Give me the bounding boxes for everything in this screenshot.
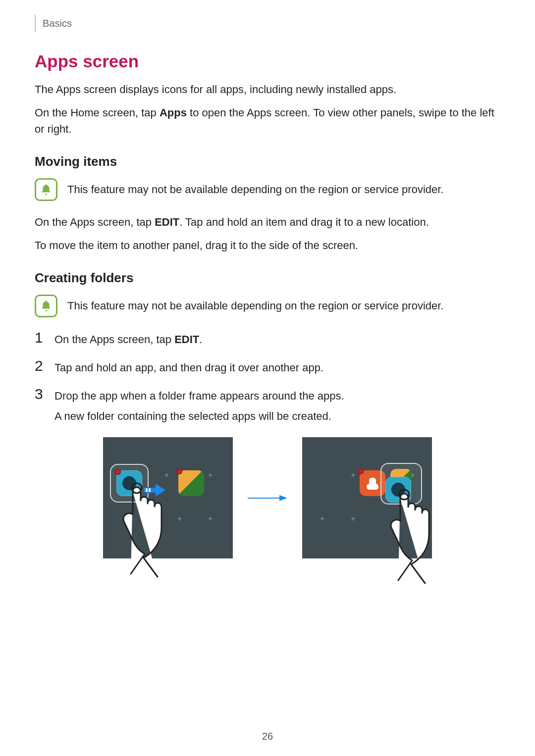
folder-illustration: + + + + + + + + + (35, 437, 500, 558)
subheading-creating-folders: Creating folders (35, 270, 500, 286)
grid-placeholder-icon: + (164, 471, 169, 480)
grid-placeholder-icon: + (320, 514, 324, 523)
note-moving: This feature may not be available depend… (35, 178, 500, 201)
camera-icon (116, 470, 142, 496)
step-3-subtext: A new folder containing the selected app… (54, 408, 500, 424)
step-number: 3 (35, 387, 46, 402)
grid-placeholder-icon: + (208, 471, 213, 480)
step-1: 1 On the Apps screen, tap EDIT. (35, 330, 500, 348)
step-2: 2 Tap and hold an app, and then drag it … (35, 358, 500, 376)
page-number: 26 (262, 731, 273, 742)
section-header: Basics (35, 15, 500, 32)
step-text: Tap and hold an app, and then drag it ov… (54, 358, 323, 376)
note-text: This feature may not be available depend… (67, 295, 443, 314)
note-text: This feature may not be available depend… (67, 178, 443, 198)
bell-icon (35, 178, 57, 201)
bold-edit: EDIT (155, 216, 179, 228)
section-name: Basics (43, 18, 72, 29)
grid-placeholder-icon: + (208, 514, 213, 523)
remove-badge-icon (176, 468, 182, 474)
step-number: 1 (35, 330, 46, 345)
page-title: Apps screen (35, 51, 500, 71)
step-text: Drop the app when a folder frame appears… (54, 387, 344, 404)
remove-badge-icon (115, 469, 121, 475)
note-creating: This feature may not be available depend… (35, 295, 500, 317)
drag-right-arrow-icon (144, 484, 165, 497)
text-fragment: On the Apps screen, tap (54, 333, 174, 346)
moving-paragraph-2: To move the item to another panel, drag … (35, 237, 500, 253)
step-number: 2 (35, 358, 46, 373)
text-fragment: On the Apps screen, tap (35, 216, 155, 228)
illustration-panel-after: + + + + + (302, 437, 432, 558)
section-divider (35, 15, 36, 32)
svg-marker-3 (279, 495, 287, 501)
text-fragment: On the Home screen, tap (35, 106, 160, 119)
gallery-icon (178, 470, 204, 496)
illustration-panel-before: + + + + (103, 437, 233, 558)
arrow-right-icon (248, 493, 287, 503)
text-fragment: . (199, 333, 202, 346)
camera-icon (385, 477, 411, 503)
intro-paragraph-2: On the Home screen, tap Apps to open the… (35, 104, 500, 137)
remove-badge-icon (358, 468, 364, 474)
grid-placeholder-icon: + (351, 514, 355, 523)
step-text: On the Apps screen, tap EDIT. (54, 330, 202, 348)
bell-icon (35, 295, 57, 317)
text-fragment: . Tap and hold an item and drag it to a … (179, 216, 429, 228)
bold-edit: EDIT (174, 333, 199, 346)
subheading-moving-items: Moving items (35, 154, 500, 169)
step-3: 3 Drop the app when a folder frame appea… (35, 387, 500, 404)
intro-paragraph-1: The Apps screen displays icons for all a… (35, 81, 500, 98)
grid-placeholder-icon: + (351, 471, 355, 480)
moving-paragraph-1: On the Apps screen, tap EDIT. Tap and ho… (35, 214, 500, 230)
bold-apps: Apps (160, 106, 187, 119)
grid-placeholder-icon: + (177, 514, 182, 523)
